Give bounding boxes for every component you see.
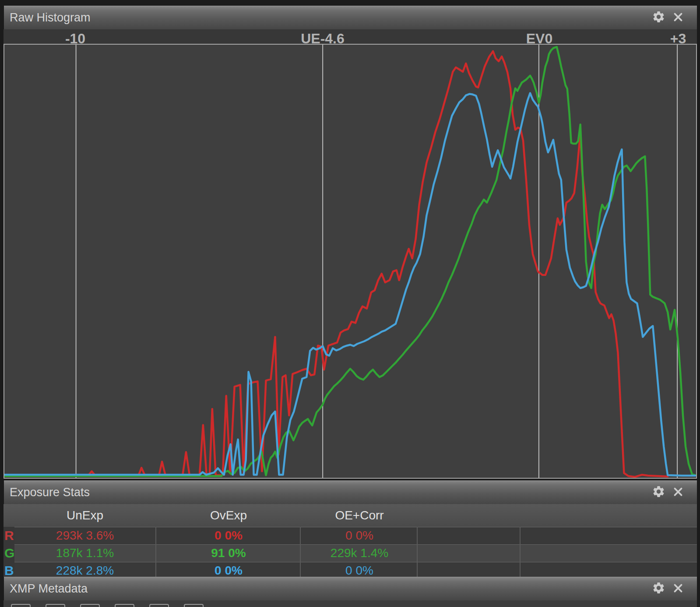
column-header-oecorr: OE+Corr [335, 508, 383, 522]
close-icon[interactable] [672, 582, 684, 596]
blue-unexp-value: 228k 2.8% [56, 562, 114, 577]
blue-ovexp-value: 0 0% [215, 562, 243, 577]
green-ovexp-value: 91 0% [211, 545, 246, 561]
column-header-unexp: UnExp [67, 508, 103, 522]
exposure-stats-table: UnExp OvExp OE+Corr 293k 3.6% 0 0% 0 0% … [0, 504, 700, 577]
xmp-panel-titlebar[interactable]: XMP Metadata [4, 577, 697, 600]
xmp-action-button[interactable] [184, 604, 204, 607]
column-separator [300, 527, 301, 577]
histogram-panel-title: Raw Histogram [10, 11, 91, 25]
green-oecorr-value: 229k 1.4% [331, 545, 388, 561]
xmp-action-button[interactable] [46, 604, 65, 607]
xmp-action-button[interactable] [80, 604, 100, 607]
close-icon[interactable] [672, 486, 684, 499]
exposure-panel-titlebar[interactable]: Exposure Stats [4, 480, 697, 504]
red-ovexp-value: 0 0% [215, 527, 243, 544]
xmp-action-button[interactable] [11, 604, 31, 607]
red-oecorr-value: 0 0% [345, 527, 373, 544]
xmp-action-button[interactable] [149, 604, 169, 607]
green-unexp-value: 187k 1.1% [56, 545, 114, 561]
exposure-panel-title: Exposure Stats [10, 486, 90, 499]
table-row-red: 293k 3.6% 0 0% 0 0% [14, 527, 697, 544]
column-separator [417, 527, 418, 577]
column-header-ovexp: OvExp [210, 508, 247, 522]
histogram-area: -10UE-4.6EV0+3 [4, 29, 697, 479]
settings-gear-icon[interactable] [652, 485, 665, 500]
column-separator [155, 527, 156, 577]
close-icon[interactable] [672, 11, 684, 25]
table-row-blue: 228k 2.8% 0 0% 0 0% [14, 562, 697, 577]
xmp-panel-title: XMP Metadata [10, 582, 88, 596]
xmp-action-button[interactable] [115, 604, 134, 607]
table-row-green: 187k 1.1% 91 0% 229k 1.4% [14, 544, 697, 562]
row-label-g: G [4, 544, 14, 562]
red-unexp-value: 293k 3.6% [56, 527, 114, 544]
settings-gear-icon[interactable] [652, 581, 665, 596]
histogram-curves [4, 45, 696, 478]
xmp-metadata-area [4, 600, 697, 607]
blue-oecorr-value: 0 0% [345, 562, 373, 577]
app-window: Raw Histogram -10UE-4.6EV0+3 Exposure St… [0, 0, 700, 607]
stats-header-row: UnExp OvExp OE+Corr [4, 504, 697, 527]
row-label-b: B [4, 562, 14, 577]
settings-gear-icon[interactable] [652, 10, 665, 25]
histogram-plot [4, 44, 697, 479]
row-label-r: R [4, 527, 14, 544]
column-separator [520, 527, 521, 577]
histogram-panel-titlebar[interactable]: Raw Histogram [4, 6, 697, 29]
